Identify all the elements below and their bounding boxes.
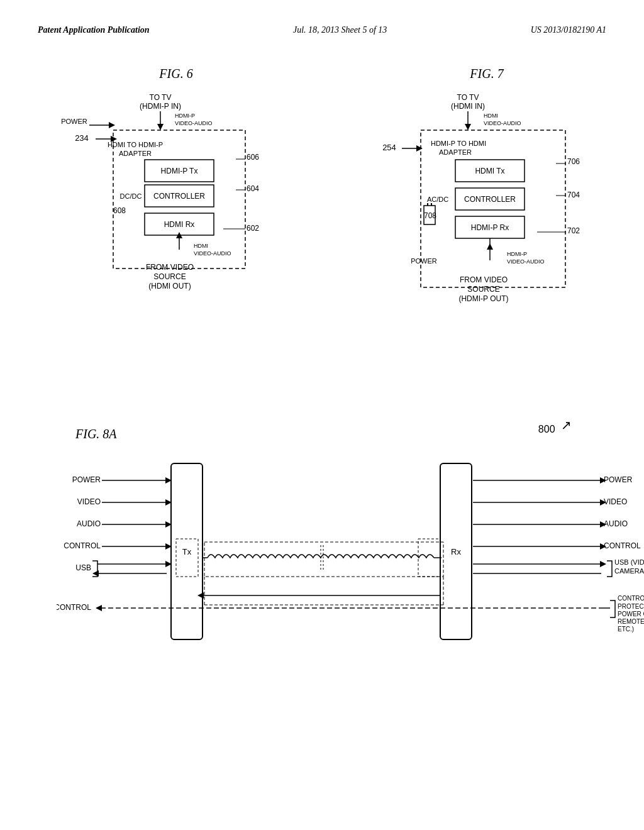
- fig6-from-video: FROM VIDEO: [146, 263, 194, 272]
- fig7-acdc-label: AC/DC: [427, 196, 448, 203]
- fig8-diagram: POWER VIDEO AUDIO CONTROL USB: [57, 448, 644, 674]
- fig8-ref800: 800 ↗: [538, 421, 569, 436]
- fig7-hdmip-rx-label: HDMI-P Rx: [471, 223, 509, 232]
- fig7-hdmip-bottom-label: HDMI-P: [507, 251, 527, 257]
- fig6-controller-label: CONTROLLER: [153, 192, 205, 201]
- fig6-power-label: POWER: [61, 118, 87, 125]
- fig8-usb-arrowhead2: [92, 570, 99, 577]
- fig6-num604: 604: [247, 184, 259, 193]
- fig7-ref254-arrowhead: [416, 145, 423, 152]
- fig8-left-control: CONTROL: [64, 541, 101, 550]
- fig7-video-audio-label: VIDEO-AUDIO: [484, 120, 521, 126]
- fig7-num704: 704: [567, 191, 580, 199]
- fig6-power-arrowhead: [109, 122, 115, 128]
- fig8-coil-outer-box: [204, 542, 443, 577]
- fig8-control-right-brace: [610, 600, 615, 617]
- fig7-diagram: TO TV (HDMI IN) HDMI VIDEO-AUDIO 254 HDM…: [342, 87, 594, 402]
- figures-row-top: FIG. 6 TO TV (HDMI-P IN) HDMI-P VIDEO-AU…: [38, 54, 606, 402]
- fig8-left-video: VIDEO: [77, 497, 101, 506]
- fig7-top-label: TO TV: [457, 93, 479, 102]
- fig8-area: FIG. 8A 800 ↗ POWER VIDEO AUDIO CONTROL: [38, 427, 606, 674]
- fig6-ref234: 234: [75, 133, 89, 143]
- fig6-title: FIG. 6: [75, 67, 277, 81]
- fig7-top-arrowhead: [465, 124, 471, 130]
- fig8-control-right-label4: REMOTE CONTROL,: [618, 618, 644, 625]
- fig8-right-usb-label2: CAMERA, ETC.): [614, 567, 644, 575]
- fig8-left-control-bottom: CONTROL: [57, 603, 91, 612]
- fig6-top-label2: (HDMI-P IN): [140, 102, 181, 111]
- fig6-hdmip-label: HDMI-P: [175, 113, 195, 119]
- fig8-right-video: VIDEO: [604, 497, 627, 506]
- page: Patent Application Publication Jul. 18, …: [0, 0, 644, 830]
- fig8-control-right-label5: ETC.): [618, 626, 634, 633]
- fig8-right-usb-brace: [607, 561, 612, 577]
- fig8-control-right-label3: POWER CONTROL,: [618, 611, 644, 617]
- fig7-controller-label: CONTROLLER: [464, 195, 516, 204]
- fig6-video-audio-label: VIDEO-AUDIO: [175, 120, 213, 126]
- fig6-hdmi-label: HDMI: [194, 243, 208, 249]
- fig6-num606: 606: [247, 153, 259, 162]
- fig6-adapter-label1: HDMI TO HDMI-P: [108, 141, 163, 148]
- fig8-control-right-label2: PROTECTION KEY,: [618, 603, 644, 610]
- header: Patent Application Publication Jul. 18, …: [38, 25, 606, 35]
- fig6-adapter-label2: ADAPTER: [119, 150, 152, 157]
- fig8-tx-label: Tx: [182, 547, 192, 556]
- fig8-control-right-label1: CONTROL (CONTENT: [618, 595, 644, 602]
- fig6-source: SOURCE: [153, 272, 186, 281]
- fig6-diagram: TO TV (HDMI-P IN) HDMI-P VIDEO-AUDIO POW…: [38, 87, 264, 351]
- fig6-video-audio2-label: VIDEO-AUDIO: [194, 250, 231, 257]
- fig7-power-label: POWER: [411, 257, 437, 265]
- header-right: US 2013/0182190 A1: [531, 25, 606, 35]
- fig8-control-return-arrowhead: [96, 605, 102, 611]
- fig6-num602: 602: [247, 224, 259, 233]
- fig8-tx-dashed: [176, 539, 198, 577]
- fig6-num608: 608: [113, 206, 126, 215]
- fig8-left-usb-label: USB: [75, 563, 91, 572]
- header-center: Jul. 18, 2013 Sheet 5 of 13: [293, 25, 387, 35]
- fig7-power-arrowhead: [487, 243, 493, 250]
- fig7-from-video: FROM VIDEO: [460, 275, 508, 284]
- fig6-container: FIG. 6 TO TV (HDMI-P IN) HDMI-P VIDEO-AU…: [38, 67, 277, 402]
- fig7-container: FIG. 7 TO TV (HDMI IN) HDMI VIDEO-AUDIO …: [342, 67, 606, 402]
- fig8-right-usb-label1: USB (VIDEO: [614, 558, 644, 566]
- fig6-dcdc-label: DC/DC: [120, 192, 142, 200]
- header-left: Patent Application Publication: [38, 25, 150, 35]
- fig7-ref254: 254: [382, 143, 396, 152]
- fig6-hdmip-tx-label: HDMI-P Tx: [161, 167, 198, 175]
- fig8-right-audio: AUDIO: [604, 519, 628, 528]
- fig6-top-label: TO TV: [150, 93, 172, 102]
- fig6-top-arrowhead: [157, 124, 164, 130]
- fig8-title: FIG. 8A: [75, 427, 117, 441]
- fig7-top-label2: (HDMI IN): [451, 102, 485, 111]
- fig7-adapter-label1: HDMI-P TO HDMI: [431, 140, 486, 147]
- fig7-num702: 702: [567, 226, 580, 235]
- fig7-video-audio2-label: VIDEO-AUDIO: [507, 258, 545, 265]
- fig6-hdmi-rx-label: HDMI Rx: [164, 220, 195, 229]
- fig8-right-control: CONTROL: [604, 541, 641, 550]
- fig7-adapter-label2: ADAPTER: [439, 148, 472, 156]
- fig8-inner-return-arrowhead: [197, 592, 204, 599]
- fig7-source: SOURCE: [467, 285, 499, 294]
- fig8-left-audio: AUDIO: [77, 519, 101, 528]
- fig7-hdmi-tx-label: HDMI Tx: [475, 167, 504, 175]
- fig8-right-power: POWER: [604, 475, 633, 484]
- fig8-right-usb-arrowhead1: [600, 561, 606, 567]
- fig7-title: FIG. 7: [367, 67, 606, 81]
- fig8-left-power: POWER: [72, 475, 101, 484]
- fig6-hdmi-out: (HDMI OUT): [148, 282, 191, 290]
- fig7-num706: 706: [567, 157, 580, 166]
- fig7-hdmi-label-top: HDMI: [484, 113, 498, 119]
- fig8-rx-label: Rx: [451, 547, 461, 556]
- fig7-hdmip-out: (HDMI-P OUT): [458, 294, 508, 303]
